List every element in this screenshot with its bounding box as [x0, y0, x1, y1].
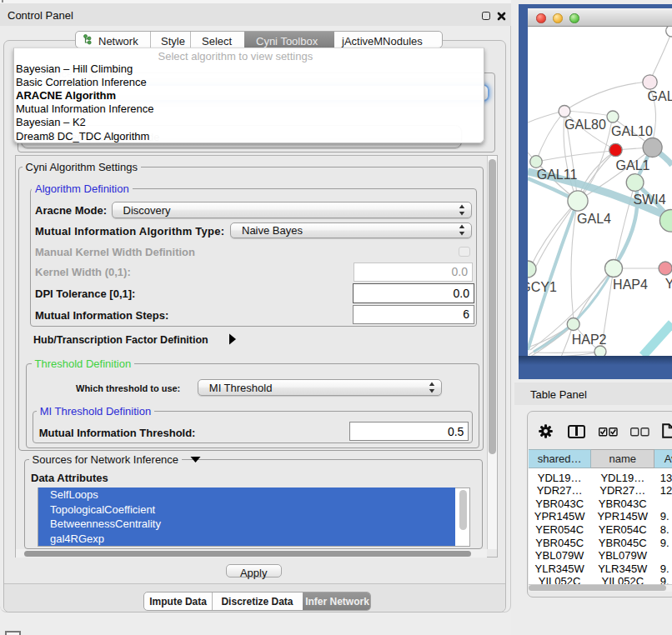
svg-text:GAL11: GAL11 [537, 168, 578, 182]
svg-text:GAL80: GAL80 [564, 118, 606, 132]
svg-text:Y: Y [665, 277, 672, 291]
svg-text:GAL10: GAL10 [611, 124, 653, 138]
svg-text:HAP2: HAP2 [572, 332, 607, 347]
svg-text:GAL1: GAL1 [616, 158, 650, 172]
svg-text:SWI4: SWI4 [633, 192, 665, 207]
svg-text:GCY1: GCY1 [528, 280, 557, 294]
svg-text:GAL2: GAL2 [648, 89, 672, 103]
svg-text:GAL4: GAL4 [577, 212, 611, 226]
svg-text:HAP4: HAP4 [613, 278, 648, 292]
